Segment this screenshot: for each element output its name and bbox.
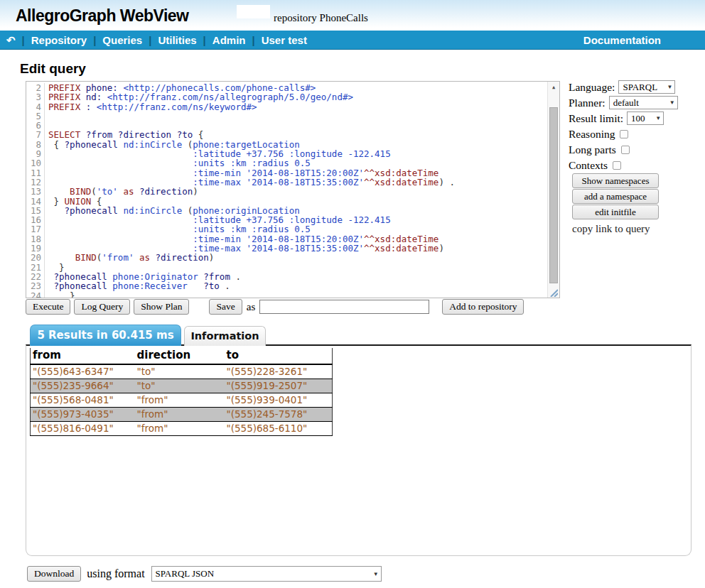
nav-item-queries[interactable]: Queries [102, 34, 142, 46]
add-namespace-button[interactable]: add a namespace [572, 189, 659, 204]
line-number: 17 [26, 224, 45, 234]
line-number: 13 [26, 187, 45, 196]
code-line: 2PREFIX phone: <http://phonecalls.com/ph… [26, 83, 559, 92]
line-number: 24 [26, 291, 45, 298]
nav-item-user-test[interactable]: User test [262, 34, 307, 46]
header: AllegroGraph WebView repository PhoneCal… [0, 0, 705, 31]
tab-information[interactable]: Information [184, 326, 266, 346]
line-number: 16 [26, 215, 45, 224]
editor-resize-grip[interactable] [549, 288, 558, 297]
code-line: 7SELECT ?from ?direction ?to { [26, 130, 559, 139]
query-options-panel: Language: SPARQL ▼ Planner: default ▼ Re… [569, 80, 696, 235]
table-cell: "(555)568-0481" [31, 393, 135, 408]
code-line: 4PREFIX : <http://franz.com/ns/keyword#> [26, 102, 559, 111]
line-number: 3 [26, 92, 45, 102]
nav-item-documentation[interactable]: Documentation [583, 34, 661, 46]
table-cell: "(555)973-4035" [31, 408, 135, 422]
code-line: 5 [26, 111, 559, 121]
download-button[interactable]: Download [27, 566, 81, 582]
code-line: 8 { ?phonecall nd:inCircle (phone:target… [26, 140, 559, 149]
code-line: 21 } [26, 263, 559, 272]
title-badge-placeholder [237, 5, 270, 18]
line-number: 23 [26, 281, 45, 290]
line-number: 9 [26, 149, 45, 158]
code-line: 16 :latitude +37.756 :longitude -122.415 [26, 215, 559, 224]
table-cell: "to" [135, 364, 225, 379]
result-tabs: 5 Results in 60.415 ms Information [30, 325, 266, 346]
scrollbar-thumb[interactable] [549, 107, 558, 283]
code-lines: 2PREFIX phone: <http://phonecalls.com/ph… [26, 83, 559, 298]
show-namespaces-button[interactable]: Show namespaces [572, 173, 659, 188]
line-number: 5 [26, 111, 45, 121]
line-number: 20 [26, 253, 45, 262]
table-cell: "from" [135, 408, 225, 422]
line-number: 2 [26, 83, 45, 92]
line-content: ?phonecall phone:Receiver ?to . [45, 281, 230, 290]
execute-button[interactable]: Execute [26, 299, 70, 315]
back-icon[interactable]: ↶ [6, 35, 16, 45]
code-line: 12 :time-max '2014-08-18T15:35:00Z'^^xsd… [26, 178, 559, 187]
nav-item-utilities[interactable]: Utilities [158, 34, 196, 46]
result-limit-select[interactable]: 100 ▼ [627, 111, 664, 125]
long-parts-checkbox[interactable] [621, 146, 630, 154]
code-line: 24 } [26, 291, 559, 298]
line-number: 4 [26, 102, 45, 111]
planner-label: Planner: [569, 97, 606, 109]
app-title: AllegroGraph WebView [16, 6, 188, 26]
table-cell: "(555)245-7578" [225, 408, 333, 422]
line-content: } [45, 291, 75, 298]
reasoning-checkbox[interactable] [620, 130, 628, 138]
show-plan-button[interactable]: Show Plan [134, 299, 189, 315]
nav-item-repository[interactable]: Repository [31, 34, 87, 46]
log-query-button[interactable]: Log Query [74, 299, 130, 315]
line-content: :time-max '2014-08-18T15:35:00Z'^^xsd:da… [45, 178, 455, 187]
edit-initfile-button[interactable]: edit initfile [572, 205, 659, 219]
code-line: 23 ?phonecall phone:Receiver ?to . [26, 281, 559, 290]
copy-link-to-query[interactable]: copy link to query [572, 223, 650, 235]
line-content [45, 121, 48, 130]
table-cell: "(555)816-0491" [31, 422, 135, 436]
format-select[interactable]: SPARQL JSON ▼ [151, 566, 382, 582]
result-limit-label: Result limit: [569, 112, 623, 125]
line-number: 21 [26, 263, 45, 272]
line-content: SELECT ?from ?direction ?to { [45, 130, 203, 139]
code-line: 10 :units :km :radius 0.5 [26, 158, 559, 168]
results-header-row: fromdirectionto [31, 348, 333, 364]
table-row: "(555)816-0491""from""(555)685-6110" [31, 422, 333, 436]
language-select[interactable]: SPARQL ▼ [618, 80, 675, 94]
contexts-checkbox[interactable] [613, 161, 621, 170]
line-content: ?phonecall nd:inCircle (phone:originLoca… [45, 206, 300, 215]
add-to-repository-button[interactable]: Add to repository [442, 299, 524, 315]
line-number: 10 [26, 158, 45, 168]
code-line: 11 :time-min '2014-08-18T15:20:00Z'^^xsd… [26, 168, 559, 178]
page: AllegroGraph WebView repository PhoneCal… [0, 0, 705, 588]
line-content: BIND('to' as ?direction) [45, 187, 198, 196]
code-line: 15 ?phonecall nd:inCircle (phone:originL… [26, 206, 559, 215]
save-button[interactable]: Save [209, 299, 242, 315]
line-content: :units :km :radius 0.5 [45, 158, 311, 168]
planner-select[interactable]: default ▼ [609, 96, 678, 109]
line-content: ?phonecall phone:Originator ?from . [45, 272, 241, 281]
table-cell: "(555)939-0401" [225, 393, 333, 408]
repository-subtitle: repository PhoneCalls [274, 12, 368, 24]
code-line: 14 } UNION { [26, 197, 559, 206]
tab-results[interactable]: 5 Results in 60.415 ms [30, 325, 181, 346]
scrollbar-up-icon[interactable]: ▲ [548, 82, 559, 93]
using-format-label: using format [87, 567, 144, 580]
code-line: 6 [26, 121, 559, 130]
code-line: 13 BIND('to' as ?direction) [26, 187, 559, 196]
line-number: 12 [26, 178, 45, 187]
save-name-input[interactable] [259, 300, 429, 314]
line-number: 18 [26, 234, 45, 244]
query-editor[interactable]: 2PREFIX phone: <http://phonecalls.com/ph… [26, 81, 560, 298]
line-number: 15 [26, 206, 45, 215]
nav-item-admin[interactable]: Admin [212, 34, 246, 46]
editor-scrollbar[interactable]: ▲ [547, 82, 559, 298]
page-title: Edit query [20, 61, 86, 77]
nav-separator: | [203, 34, 206, 46]
line-content: :units :km :radius 0.5 [45, 224, 311, 234]
line-content: :time-max '2014-08-18T15:35:00Z'^^xsd:da… [45, 244, 444, 253]
reasoning-label: Reasoning [569, 128, 615, 141]
code-line: 20 BIND('from' as ?direction) [26, 253, 559, 262]
code-line: 17 :units :km :radius 0.5 [26, 224, 559, 234]
